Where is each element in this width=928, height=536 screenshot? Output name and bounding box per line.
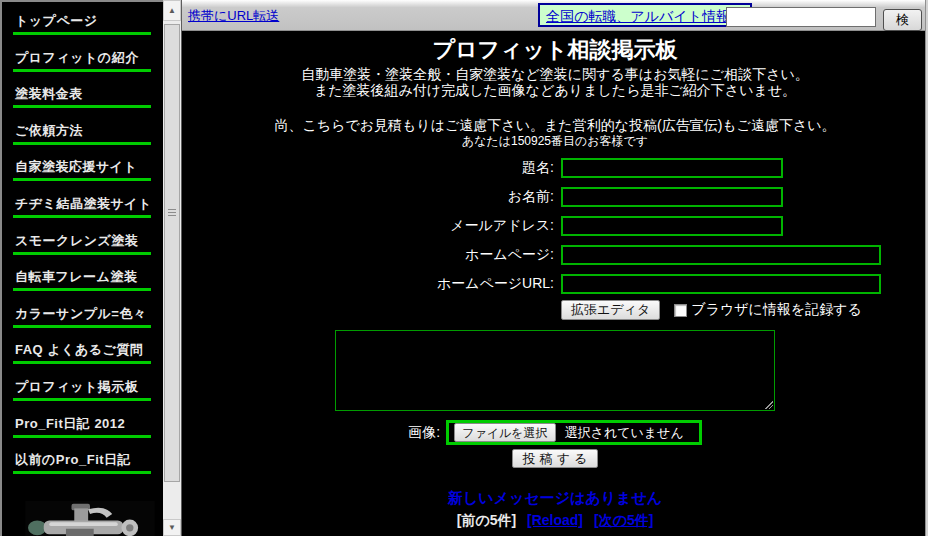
- homepage-url-label: ホームページURL:: [182, 275, 561, 293]
- sidebar-item-color-samples[interactable]: カラーサンプル=色々: [2, 306, 163, 343]
- scrollbar-grip-icon: [168, 209, 176, 217]
- spray-gun-photo: [20, 501, 160, 536]
- sidebar: トップページプロフィットの紹介塗装料金表ご依頼方法自家塗装応援サイトチヂミ結晶塗…: [0, 0, 163, 536]
- sidebar-item-label: チヂミ結晶塗装サイト: [2, 196, 163, 211]
- name-label: お名前:: [182, 188, 561, 206]
- pager-next-link[interactable]: [次の5件]: [594, 512, 653, 528]
- sidebar-item-top-page[interactable]: トップページ: [2, 13, 163, 50]
- sidebar-item-profit-diary-2012[interactable]: Pro_Fit日記 2012: [2, 416, 163, 453]
- sidebar-item-label: ご依頼方法: [2, 123, 163, 138]
- editor-row: 拡張エディタ ブラウザに情報を記録する: [182, 298, 928, 322]
- nav-divider: [13, 69, 151, 72]
- visitor-counter: あなたは150925番目のお客様です: [182, 134, 928, 148]
- sidebar-item-label: 自家塗装応援サイト: [2, 159, 163, 174]
- nav-divider: [13, 32, 151, 35]
- sidebar-item-profit-intro[interactable]: プロフィットの紹介: [2, 50, 163, 87]
- job-promo-link[interactable]: 全国の転職、アルバイト情報！: [546, 8, 744, 24]
- post-form: 題名:お名前:メールアドレス:ホームページ:ホームページURL:: [182, 153, 928, 298]
- sidebar-item-request-method[interactable]: ご依頼方法: [2, 123, 163, 160]
- nav-divider: [13, 288, 151, 291]
- homepage-label: ホームページ:: [182, 246, 561, 264]
- sidebar-item-label: スモークレンズ塗装: [2, 233, 163, 248]
- nav-divider: [13, 361, 151, 364]
- scrollbar-thumb[interactable]: [164, 24, 180, 482]
- nav-divider: [13, 142, 151, 145]
- nav-divider: [13, 252, 151, 255]
- sidebar-item-bicycle-frame-paint[interactable]: 自転車フレーム塗装: [2, 269, 163, 306]
- sidebar-item-label: 塗装料金表: [2, 86, 163, 101]
- topbar: 携帯にURL転送 全国の転職、アルバイト情報！ 検索: [182, 0, 928, 31]
- pager-prev-label: [前の5件]: [457, 512, 516, 528]
- remember-checkbox[interactable]: [674, 304, 687, 317]
- pager: [前の5件] [Reload] [次の5件]: [182, 512, 928, 530]
- sidebar-nav: トップページプロフィットの紹介塗装料金表ご依頼方法自家塗装応援サイトチヂミ結晶塗…: [2, 2, 163, 489]
- sidebar-scrollbar[interactable]: ▲ ▼: [163, 0, 181, 536]
- sidebar-item-label: 以前のPro_Fit日記: [2, 452, 163, 467]
- no-new-message-text: 新しいメッセージはありません: [182, 489, 928, 508]
- resize-grip-icon[interactable]: [764, 400, 773, 409]
- form-row-subject: 題名:: [182, 153, 928, 182]
- file-status-text: 選択されていません: [565, 424, 684, 442]
- sidebar-item-label: FAQ よくあるご質問: [2, 342, 163, 357]
- message-textarea[interactable]: [335, 330, 775, 411]
- submit-button[interactable]: 投稿する: [512, 449, 599, 468]
- sidebar-item-profit-bbs[interactable]: プロフィット掲示板: [2, 379, 163, 416]
- sidebar-item-paint-price-list[interactable]: 塗装料金表: [2, 86, 163, 123]
- nav-divider: [13, 105, 151, 108]
- scroll-up-icon[interactable]: ▲: [163, 0, 181, 21]
- form-row-email: メールアドレス:: [182, 211, 928, 240]
- homepage-url-field[interactable]: [561, 274, 881, 294]
- image-label: 画像:: [408, 424, 440, 442]
- description-line-1: 自動車塗装・塗装全般・自家塗装など塗装に関する事はお気軽にご相談下さい。: [182, 66, 928, 82]
- sidebar-item-label: トップページ: [2, 13, 163, 28]
- sidebar-item-chijimi-crystal-paint-site[interactable]: チヂミ結晶塗装サイト: [2, 196, 163, 233]
- nav-divider: [13, 178, 151, 181]
- pager-reload-link[interactable]: [Reload]: [527, 512, 583, 528]
- form-row-name: お名前:: [182, 182, 928, 211]
- sidebar-item-label: プロフィット掲示板: [2, 379, 163, 394]
- form-row-homepage-url: ホームページURL:: [182, 269, 928, 298]
- nav-divider: [13, 471, 151, 474]
- nav-divider: [13, 325, 151, 328]
- subject-label: 題名:: [182, 159, 561, 177]
- sidebar-item-label: Pro_Fit日記 2012: [2, 416, 163, 431]
- nav-divider: [13, 398, 151, 401]
- nav-divider: [13, 215, 151, 218]
- form-row-homepage: ホームページ:: [182, 240, 928, 269]
- main-frame: 携帯にURL転送 全国の転職、アルバイト情報！ 検索 プロフィット相談掲示板 自…: [181, 0, 928, 536]
- email-field[interactable]: [561, 216, 783, 236]
- image-upload-row: 画像: ファイルを選択 選択されていません: [182, 420, 928, 445]
- sidebar-item-label: カラーサンプル=色々: [2, 306, 163, 321]
- sidebar-item-smoke-lens-paint[interactable]: スモークレンズ塗装: [2, 233, 163, 270]
- description-line-2: また塗装後組み付け完成した画像などありましたら是非ご紹介下さいませ。: [182, 82, 928, 98]
- search-button[interactable]: 検索: [883, 9, 922, 31]
- email-label: メールアドレス:: [182, 217, 561, 235]
- message-area: [182, 330, 928, 411]
- sidebar-item-label: プロフィットの紹介: [2, 50, 163, 65]
- sidebar-item-label: 自転車フレーム塗装: [2, 269, 163, 284]
- job-promo-banner[interactable]: 全国の転職、アルバイト情報！: [538, 3, 752, 27]
- homepage-field[interactable]: [561, 245, 881, 265]
- name-field[interactable]: [561, 187, 783, 207]
- extended-editor-button[interactable]: 拡張エディタ: [561, 300, 660, 320]
- submit-row: 投稿する: [182, 449, 928, 468]
- sidebar-item-diy-paint-support-site[interactable]: 自家塗装応援サイト: [2, 159, 163, 196]
- notice-line: 尚、こちらでお見積もりはご遠慮下さい。また営利的な投稿(広告宣伝)もご遠慮下さい…: [182, 117, 928, 133]
- file-select-button[interactable]: ファイルを選択: [454, 423, 555, 442]
- nav-divider: [13, 435, 151, 438]
- mobile-url-link[interactable]: 携帯にURL転送: [188, 7, 279, 25]
- remember-label: ブラウザに情報を記録する: [691, 301, 862, 319]
- subject-field[interactable]: [561, 158, 783, 178]
- sidebar-item-old-profit-diary[interactable]: 以前のPro_Fit日記: [2, 452, 163, 489]
- page-title: プロフィット相談掲示板: [182, 37, 928, 63]
- scroll-down-icon[interactable]: ▼: [163, 519, 181, 536]
- file-input-box: ファイルを選択 選択されていません: [446, 420, 702, 445]
- sidebar-item-faq[interactable]: FAQ よくあるご質問: [2, 342, 163, 379]
- bbs-content: プロフィット相談掲示板 自動車塗装・塗装全般・自家塗装など塗装に関する事はお気軽…: [182, 31, 928, 530]
- search-input[interactable]: [726, 7, 876, 27]
